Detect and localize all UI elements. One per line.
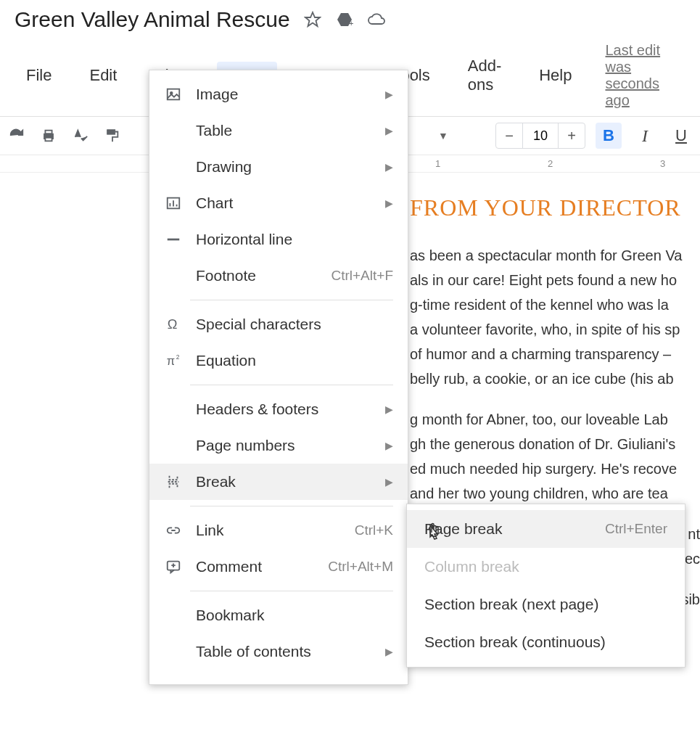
menu-addons[interactable]: Add-ons — [458, 52, 511, 99]
menu-help[interactable]: Help — [529, 62, 582, 89]
insert-link[interactable]: Link Ctrl+K — [149, 512, 408, 549]
menu-separator — [190, 506, 393, 506]
svg-text:π: π — [167, 354, 175, 367]
bold-button[interactable]: B — [596, 123, 622, 149]
document-title[interactable]: Green Valley Animal Rescue — [15, 7, 290, 32]
break-section-next-page[interactable]: Section break (next page) — [407, 586, 685, 623]
font-size-group: − + — [495, 123, 585, 149]
menu-item-label: Headers & footers — [196, 401, 393, 418]
svg-text:Ω: Ω — [168, 316, 178, 332]
menu-edit[interactable]: Edit — [79, 62, 127, 89]
font-size-decrease[interactable]: − — [496, 123, 522, 148]
insert-menu-dropdown: Image ▶ Table ▶ Drawing ▶ Chart ▶ Horizo… — [149, 70, 408, 685]
menu-item-label: Chart — [196, 194, 393, 212]
menu-item-label: Link — [196, 522, 342, 539]
svg-text:+: + — [349, 19, 353, 28]
underline-button[interactable]: U — [668, 123, 694, 149]
menu-item-label: Horizontal line — [196, 231, 393, 248]
submenu-arrow-icon: ▶ — [385, 440, 393, 451]
spellcheck-icon[interactable] — [70, 125, 91, 147]
insert-table-of-contents[interactable]: Table of contents ▶ — [149, 633, 408, 670]
svg-rect-4 — [45, 138, 52, 141]
shortcut-label: Ctrl+Alt+F — [331, 268, 393, 284]
menu-item-label: Section break (next page) — [424, 596, 667, 613]
submenu-arrow-icon: ▶ — [385, 476, 393, 488]
svg-rect-3 — [45, 131, 52, 134]
print-icon[interactable] — [38, 125, 59, 147]
menu-file[interactable]: File — [16, 62, 62, 89]
redo-icon[interactable] — [6, 125, 28, 147]
pi-icon: π2 — [164, 351, 183, 370]
insert-horizontal-line[interactable]: Horizontal line — [149, 221, 408, 258]
font-dropdown-arrow[interactable]: ▼ — [438, 130, 448, 141]
paint-format-icon[interactable] — [102, 125, 123, 147]
font-size-input[interactable] — [522, 123, 559, 148]
cloud-status-icon[interactable] — [367, 10, 386, 29]
move-to-drive-icon[interactable]: + — [335, 10, 354, 29]
submenu-arrow-icon: ▶ — [385, 646, 393, 657]
submenu-arrow-icon: ▶ — [385, 403, 393, 415]
link-icon — [164, 521, 183, 540]
menu-item-label: Table — [196, 122, 393, 139]
submenu-arrow-icon: ▶ — [385, 197, 393, 209]
insert-equation[interactable]: π2 Equation — [149, 342, 408, 379]
horizontal-line-icon — [164, 230, 183, 249]
shortcut-label: Ctrl+Enter — [605, 521, 667, 537]
menu-item-label: Drawing — [196, 158, 393, 176]
break-page[interactable]: Page break Ctrl+Enter — [407, 510, 685, 548]
ruler-mark: 1 — [435, 158, 440, 169]
star-icon[interactable] — [303, 10, 322, 29]
break-column: Column break — [407, 548, 685, 586]
svg-marker-0 — [305, 12, 320, 26]
svg-text:2: 2 — [176, 354, 180, 361]
menu-separator — [190, 300, 393, 300]
menu-item-label: Comment — [196, 558, 315, 575]
submenu-arrow-icon: ▶ — [385, 161, 393, 173]
insert-drawing[interactable]: Drawing ▶ — [149, 149, 408, 185]
ruler-mark: 3 — [660, 158, 665, 169]
shortcut-label: Ctrl+K — [355, 522, 393, 538]
insert-chart[interactable]: Chart ▶ — [149, 185, 408, 221]
menu-separator — [190, 385, 393, 385]
insert-table[interactable]: Table ▶ — [149, 112, 408, 149]
insert-bookmark[interactable]: Bookmark — [149, 597, 408, 633]
menu-item-label: Page break — [424, 520, 605, 538]
comment-icon — [164, 557, 183, 576]
menu-item-label: Table of contents — [196, 643, 393, 660]
omega-icon: Ω — [164, 315, 183, 334]
ruler-mark: 2 — [548, 158, 553, 169]
menu-item-label: Image — [196, 86, 393, 103]
insert-image[interactable]: Image ▶ — [149, 76, 408, 112]
svg-rect-5 — [107, 130, 115, 134]
italic-button[interactable]: I — [632, 123, 658, 149]
insert-comment[interactable]: Comment Ctrl+Alt+M — [149, 549, 408, 585]
insert-headers-footers[interactable]: Headers & footers ▶ — [149, 391, 408, 427]
image-icon — [164, 85, 183, 104]
insert-footnote[interactable]: Footnote Ctrl+Alt+F — [149, 258, 408, 294]
break-submenu: Page break Ctrl+Enter Column break Secti… — [406, 504, 685, 668]
submenu-arrow-icon: ▶ — [385, 89, 393, 100]
menu-item-label: Break — [196, 473, 393, 491]
submenu-arrow-icon: ▶ — [385, 125, 393, 136]
menu-item-label: Special characters — [196, 316, 393, 333]
font-size-increase[interactable]: + — [559, 123, 585, 148]
menu-item-label: Page numbers — [196, 437, 393, 454]
menu-item-label: Footnote — [196, 267, 318, 284]
menu-item-label: Bookmark — [196, 607, 393, 624]
menu-item-label: Section break (continuous) — [424, 633, 667, 651]
insert-special-characters[interactable]: Ω Special characters — [149, 306, 408, 342]
shortcut-label: Ctrl+Alt+M — [328, 559, 393, 575]
insert-break[interactable]: Break ▶ — [149, 464, 408, 500]
insert-page-numbers[interactable]: Page numbers ▶ — [149, 427, 408, 464]
chart-icon — [164, 194, 183, 213]
last-edit-link[interactable]: Last edit was seconds ago — [605, 42, 684, 109]
menu-item-label: Column break — [424, 558, 667, 575]
title-bar: Green Valley Animal Rescue + — [0, 0, 700, 36]
menu-item-label: Equation — [196, 352, 393, 369]
break-section-continuous[interactable]: Section break (continuous) — [407, 623, 685, 661]
page-break-icon — [164, 472, 183, 491]
menu-separator — [190, 591, 393, 591]
